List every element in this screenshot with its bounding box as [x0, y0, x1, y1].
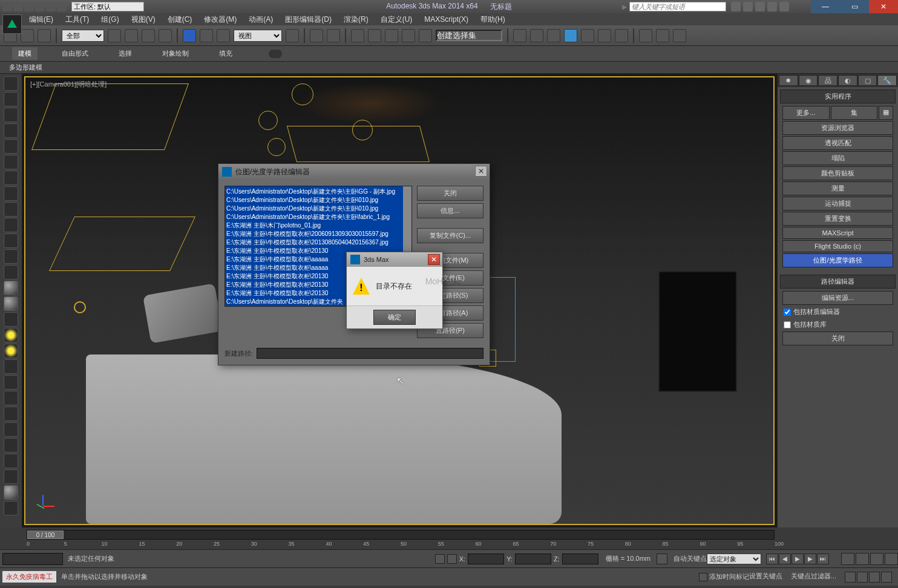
- menu-tools[interactable]: 工具(T): [61, 13, 94, 26]
- measure-button[interactable]: 测量: [782, 181, 893, 195]
- color-clipboard-button[interactable]: 颜色剪贴板: [782, 166, 893, 180]
- misc-icon[interactable]: [4, 485, 18, 500]
- key-icon[interactable]: [657, 554, 667, 564]
- selection-filter[interactable]: 全部: [62, 30, 104, 42]
- spray-icon[interactable]: [4, 375, 18, 390]
- helper-icon[interactable]: [4, 218, 18, 232]
- perspective-match-button[interactable]: 透视匹配: [782, 136, 893, 150]
- geosphere-icon[interactable]: [4, 296, 18, 311]
- next-frame-icon[interactable]: ▶: [804, 554, 816, 564]
- daylight-icon[interactable]: [4, 344, 18, 358]
- spinner-snap-icon[interactable]: [402, 29, 415, 42]
- collapse-button[interactable]: 塌陷: [782, 151, 893, 165]
- unlink-tool-icon[interactable]: [21, 29, 34, 42]
- hierarchy-tab-icon[interactable]: 品: [818, 75, 837, 86]
- nav-zoom-ext-icon[interactable]: [845, 572, 856, 583]
- motion-tab-icon[interactable]: ◐: [838, 75, 857, 86]
- coord-x-input[interactable]: [468, 554, 504, 564]
- nav-pan-icon[interactable]: [841, 553, 854, 565]
- menu-group[interactable]: 组(G): [96, 13, 123, 26]
- flight-studio-button[interactable]: Flight Studio (c): [782, 240, 893, 252]
- box-icon[interactable]: [4, 108, 18, 122]
- rollout-utilities-header[interactable]: 实用程序: [780, 90, 896, 103]
- edit-resources-button[interactable]: 编辑资源...: [782, 291, 893, 305]
- list-item[interactable]: C:\Users\Administrator\Desktop\新建文件夹\主卧\…: [226, 188, 410, 196]
- play-icon[interactable]: ▶: [791, 554, 804, 564]
- close-button[interactable]: ✕: [869, 0, 898, 13]
- shape-icon[interactable]: [4, 249, 18, 264]
- lock-icon[interactable]: [435, 554, 445, 564]
- workspace-selector[interactable]: [71, 2, 144, 11]
- grid-icon[interactable]: [4, 123, 18, 138]
- include-mtl-lib-check[interactable]: 包括材质库: [782, 319, 893, 330]
- ref-coord-system[interactable]: 视图: [234, 30, 282, 42]
- bind-tool-icon[interactable]: [38, 29, 51, 42]
- curve-editor-icon[interactable]: [581, 29, 594, 42]
- wind-icon[interactable]: [4, 407, 18, 421]
- config-button[interactable]: ▦: [879, 106, 893, 120]
- window-crossing-icon[interactable]: [159, 29, 172, 42]
- ribbon-panel-poly[interactable]: 多边形建模: [9, 63, 42, 72]
- move-tool-icon[interactable]: [183, 29, 196, 42]
- alert-titlebar[interactable]: 3ds Max ✕: [347, 252, 442, 267]
- ribbon-tab-objpaint[interactable]: 对象绘制: [156, 47, 195, 60]
- list-item[interactable]: C:\Users\Administrator\Desktop\新建文件夹\主卧\…: [226, 204, 410, 213]
- snow-icon[interactable]: [4, 391, 18, 405]
- more-button[interactable]: 更多...: [782, 106, 830, 120]
- display-tab-icon[interactable]: ▢: [858, 75, 877, 86]
- menu-render[interactable]: 渲染(R): [339, 13, 373, 26]
- menu-graph[interactable]: 图形编辑器(D): [280, 13, 336, 26]
- menu-create[interactable]: 创建(C): [163, 13, 197, 26]
- ribbon-tab-freeform[interactable]: 自由形式: [56, 47, 94, 60]
- binoculars-icon[interactable]: [731, 2, 741, 11]
- include-mtl-editor-check[interactable]: 包括材质编辑器: [782, 306, 893, 318]
- undo-icon[interactable]: [35, 2, 45, 11]
- add-time-tag[interactable]: 添加时间标记: [699, 572, 749, 581]
- search-input[interactable]: [629, 2, 726, 11]
- named-selection-set[interactable]: [436, 30, 502, 41]
- script-icon[interactable]: [4, 501, 18, 515]
- new-path-input[interactable]: [257, 348, 483, 359]
- close-button[interactable]: 关闭: [417, 186, 483, 201]
- edit-named-sel-icon[interactable]: [419, 29, 432, 42]
- percent-snap-icon[interactable]: [385, 29, 398, 42]
- alert-close-button[interactable]: ✕: [428, 254, 440, 265]
- list-item[interactable]: C:\Users\Administrator\Desktop\新建文件夹\主卧\…: [226, 196, 410, 204]
- signin-icon[interactable]: [743, 2, 753, 11]
- camera-icon[interactable]: [4, 186, 18, 201]
- nav-max2-icon[interactable]: [881, 572, 892, 583]
- new-icon[interactable]: [2, 2, 12, 11]
- menu-maxscript[interactable]: MAXScript(X): [419, 14, 473, 25]
- light-omni-icon[interactable]: [4, 155, 18, 169]
- region-rect-icon[interactable]: [142, 29, 155, 42]
- coord-z-input[interactable]: [562, 554, 598, 564]
- render-frame-icon[interactable]: [656, 29, 669, 42]
- torus-icon[interactable]: [4, 139, 18, 154]
- menu-help[interactable]: 帮助(H): [476, 13, 510, 26]
- render-setup-icon[interactable]: [639, 29, 652, 42]
- menu-edit[interactable]: 编辑(E): [24, 13, 58, 26]
- list-item[interactable]: C:\Users\Administrator\Desktop\新建文件夹\主卧\…: [226, 213, 410, 221]
- snap-toggle-icon[interactable]: [351, 29, 364, 42]
- set-key-button[interactable]: 设置关键点: [749, 572, 782, 583]
- minimize-button[interactable]: —: [811, 0, 840, 13]
- plane-icon[interactable]: [4, 92, 18, 106]
- favorite-icon[interactable]: [767, 2, 777, 11]
- render-prod-icon[interactable]: [673, 29, 686, 42]
- mirror-icon[interactable]: [513, 29, 526, 42]
- ribbon-toggle-icon[interactable]: [269, 50, 282, 58]
- material-editor-icon[interactable]: [615, 29, 628, 42]
- asset-browser-button[interactable]: 资源浏览器: [782, 121, 893, 135]
- menu-custom[interactable]: 自定义(U): [376, 13, 418, 26]
- scale-tool-icon[interactable]: [217, 29, 230, 42]
- maximize-button[interactable]: ▭: [840, 0, 869, 13]
- angle-snap-icon[interactable]: [368, 29, 381, 42]
- vray-icon[interactable]: [4, 469, 18, 484]
- exchange-icon[interactable]: [755, 2, 765, 11]
- viewport-label[interactable]: [+][Camera001][明暗处理]: [30, 80, 107, 89]
- workspace-input[interactable]: [71, 2, 144, 11]
- coord-y-input[interactable]: [515, 554, 551, 564]
- alert-ok-button[interactable]: 确定: [373, 310, 416, 325]
- sphere-icon[interactable]: [4, 281, 18, 295]
- goto-start-icon[interactable]: ⏮: [766, 554, 778, 564]
